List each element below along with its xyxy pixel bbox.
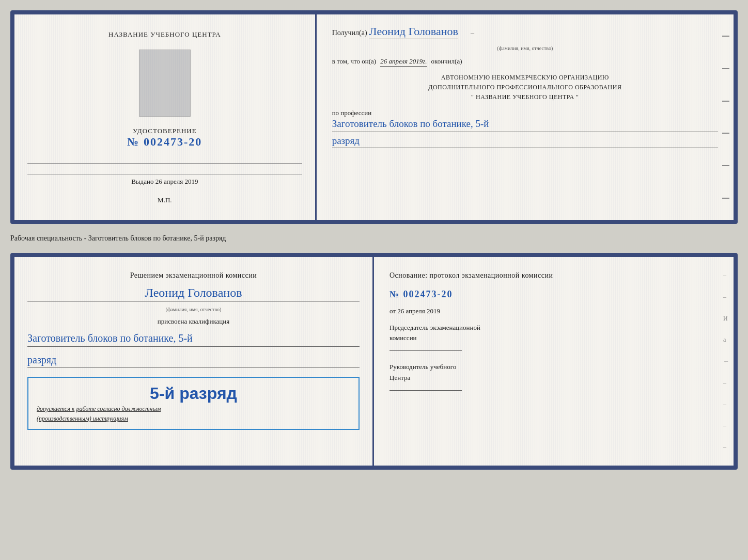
from-date-value: 26 апреля 2019 <box>397 307 440 315</box>
right-decoration <box>722 25 729 210</box>
received-label: Получил(а) <box>332 29 367 37</box>
protocol-prefix: № <box>389 289 400 299</box>
mp-label: М.П. <box>158 196 172 204</box>
vert-dash-9: – <box>723 443 729 451</box>
bottom-right-decoration: – – И а ← – – – – <box>723 265 729 458</box>
decision-text: Решением экзаменационной комиссии <box>27 270 360 281</box>
profession-block: по профессии Заготовитель блоков по бота… <box>332 109 718 149</box>
cert-number-value: 002473-20 <box>144 135 202 148</box>
razryad-bottom: разряд <box>27 354 360 367</box>
stamp-box: 5-й разряд допускается к работе согласно… <box>27 377 360 430</box>
vert-dash-6: – <box>723 379 729 387</box>
vert-dash-5: ← <box>723 358 729 365</box>
chairman-line2: комиссии <box>389 333 718 344</box>
org-line1: АВТОНОМНУЮ НЕКОММЕРЧЕСКУЮ ОРГАНИЗАЦИЮ <box>332 73 718 83</box>
chairman-block: Председатель экзаменационной комиссии <box>389 323 718 355</box>
vert-dash-3: И <box>723 315 729 323</box>
date-value: 26 апреля 2019г. <box>380 57 427 67</box>
received-line: Получил(а) Леонид Голованов – <box>332 25 718 39</box>
vert-dash-2: – <box>723 293 729 301</box>
person-name-bottom: Леонид Голованов <box>27 286 360 301</box>
bottom-certificate: Решением экзаменационной комиссии Леонид… <box>10 253 738 470</box>
bottom-cert-right: Основание: протокол экзаменационной коми… <box>374 257 734 466</box>
fio-label: (фамилия, имя, отчество) <box>332 45 718 51</box>
stamp-allowed-label: допускается к <box>37 405 74 412</box>
org-line2: ДОПОЛНИТЕЛЬНОГО ПРОФЕССИОНАЛЬНОГО ОБРАЗО… <box>332 83 718 92</box>
date-line: в том, что он(а) 26 апреля 2019г. окончи… <box>332 57 718 67</box>
stamp-allowed: допускается к работе согласно должностны… <box>37 405 350 413</box>
vert-dash-1: – <box>723 271 729 279</box>
top-cert-right: Получил(а) Леонид Голованов – (фамилия, … <box>317 14 734 220</box>
from-prefix: от <box>389 307 396 315</box>
separator-label: Рабочая специальность - Заготовитель бло… <box>10 232 738 245</box>
top-certificate: НАЗВАНИЕ УЧЕБНОГО ЦЕНТРА УДОСТОВЕРЕНИЕ №… <box>10 10 738 224</box>
vert-dash-8: – <box>723 422 729 429</box>
deco-dash-3 <box>722 101 729 102</box>
bottom-cert-left: Решением экзаменационной комиссии Леонид… <box>14 257 374 466</box>
razryad-value: разряд <box>332 135 718 148</box>
deco-dash-5 <box>722 165 729 166</box>
deco-dash-4 <box>722 133 729 134</box>
top-cert-left: НАЗВАНИЕ УЧЕБНОГО ЦЕНТРА УДОСТОВЕРЕНИЕ №… <box>14 14 317 220</box>
from-date-line: от 26 апреля 2019 <box>389 307 718 315</box>
director-block: Руководитель учебного Центра <box>389 362 718 394</box>
issued-line: Выдано 26 апреля 2019 <box>27 174 302 186</box>
protocol-number-value: 002473-20 <box>403 289 453 299</box>
deco-dash-2 <box>722 68 729 69</box>
cert-number-prefix: № <box>127 135 139 148</box>
director-line1: Руководитель учебного <box>389 362 718 373</box>
chairman-line1: Председатель экзаменационной <box>389 323 718 333</box>
vert-dash-7: – <box>723 401 729 408</box>
profession-value: Заготовитель блоков по ботанике, 5-й <box>332 117 718 133</box>
stamp-rank: 5-й разряд <box>37 384 350 403</box>
received-name: Леонид Голованов <box>369 25 458 39</box>
cert-label: УДОСТОВЕРЕНИЕ <box>127 127 202 135</box>
cert-number-block: УДОСТОВЕРЕНИЕ № 002473-20 <box>127 127 202 149</box>
org-block: АВТОНОМНУЮ НЕКОММЕРЧЕСКУЮ ОРГАНИЗАЦИЮ ДО… <box>332 73 718 103</box>
photo-placeholder <box>139 50 191 117</box>
assigned-label: присвоена квалификация <box>27 317 360 326</box>
chairman-sign-line <box>389 350 462 351</box>
top-cert-training-center-title: НАЗВАНИЕ УЧЕБНОГО ЦЕНТРА <box>108 30 221 39</box>
stamp-instructions: (производственным) инструкциям <box>37 415 350 423</box>
stamp-allowed-underline: работе согласно должностным <box>76 405 161 412</box>
protocol-number: № 002473-20 <box>389 289 718 300</box>
date-prefix: в том, что он(а) <box>332 57 377 66</box>
qualification-value: Заготовитель блоков по ботанике, 5-й <box>27 331 360 347</box>
director-line2: Центра <box>389 373 718 383</box>
deco-dash-1 <box>722 36 729 37</box>
completed-label: окончил(а) <box>431 57 462 66</box>
page-wrapper: НАЗВАНИЕ УЧЕБНОГО ЦЕНТРА УДОСТОВЕРЕНИЕ №… <box>10 10 738 470</box>
stamp-instructions-text: (производственным) инструкциям <box>37 415 128 422</box>
vert-dash-4: а <box>723 336 729 344</box>
issued-label: Выдано <box>131 178 153 185</box>
director-sign-line <box>389 390 462 391</box>
org-line3: " НАЗВАНИЕ УЧЕБНОГО ЦЕНТРА " <box>332 92 718 102</box>
fio-small-bottom: (фамилия, имя, отчество) <box>27 307 360 312</box>
profession-label: по профессии <box>332 109 372 117</box>
basis-text: Основание: протокол экзаменационной коми… <box>389 270 718 281</box>
cert-number: № 002473-20 <box>127 135 202 149</box>
deco-dash-6 <box>722 198 729 199</box>
issued-date: 26 апреля 2019 <box>155 178 198 185</box>
